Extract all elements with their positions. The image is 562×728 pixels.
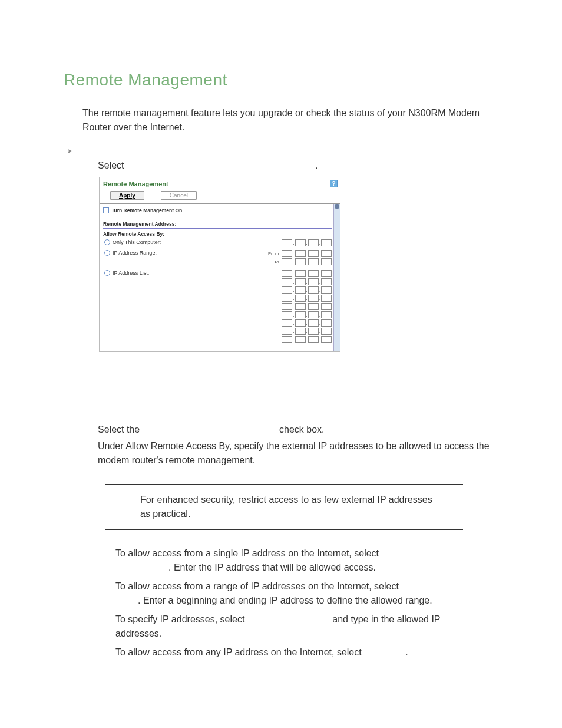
ip-octet-input[interactable] [308,319,319,327]
to-label: To [274,259,279,265]
ip-octet-input[interactable] [321,250,332,257]
ip-octet-input[interactable] [308,239,319,246]
ip-list-entry: ... [282,328,332,335]
security-note: For enhanced security, restrict access t… [105,484,463,530]
chevron-right-icon: ➤ [67,147,72,155]
ip-octet-input[interactable] [295,336,306,343]
ip-octet-input[interactable] [282,303,292,310]
ip-octet-input[interactable] [308,286,319,294]
only-this-computer-row: Only This Computer: ... [104,239,332,246]
ip-octet-input[interactable] [295,270,306,277]
panel-title: Remote Management [103,180,168,187]
ip-octet-input[interactable] [321,295,332,302]
ip-octet-input[interactable] [282,286,292,294]
cancel-button[interactable]: Cancel [161,191,197,200]
only-this-ip: ... [282,239,332,245]
bullet-ip-list: To specify IP addresses, select and type… [115,612,482,641]
step1-post: . [315,160,318,170]
ip-octet-input[interactable] [321,286,332,294]
ip-range-label: IP Address Range: [113,250,157,256]
ip-octet-input[interactable] [308,336,319,343]
router-screenshot: Remote Management ? Apply Cancel Turn Re… [99,177,498,352]
ip-octet-input[interactable] [295,328,306,335]
ip-octet-input[interactable] [308,250,319,257]
ip-octet-input[interactable] [295,303,306,310]
ip-octet-input[interactable] [308,270,319,277]
ip-octet-input[interactable] [321,311,332,318]
ip-octet-input[interactable] [295,278,306,285]
panel-scroll-area: Turn Remote Management On Remote Managem… [100,203,340,351]
ip-octet-input[interactable] [321,270,332,277]
range-to: To ... [268,258,332,265]
ip-octet-input[interactable] [308,295,319,302]
ip-octet-input[interactable] [282,328,292,335]
only-this-radio[interactable] [104,239,110,245]
ip-octet-input[interactable] [321,258,332,265]
help-icon[interactable]: ? [330,180,338,187]
ip-octet-input[interactable] [282,258,292,265]
ip-octet-input[interactable] [308,278,319,285]
intro-text: The remote management feature lets you u… [82,106,498,134]
ip-list-entry: ... [282,286,332,294]
ip-octet-input[interactable] [282,239,292,246]
remote-mgmt-panel: Remote Management ? Apply Cancel Turn Re… [99,177,340,352]
turn-on-row: Turn Remote Management On [103,206,332,216]
ip-octet-input[interactable] [282,278,292,285]
ip-list-entry: ... [282,270,332,277]
ip-octet-input[interactable] [295,319,306,327]
ip-octet-input[interactable] [295,250,306,257]
ip-octet-input[interactable] [308,258,319,265]
ip-octet-input[interactable] [321,319,332,327]
ip-octet-input[interactable] [321,278,332,285]
from-label: From [268,251,279,256]
ip-octet-input[interactable] [321,239,332,246]
b2b: . Enter a beginning and ending IP addres… [138,595,432,605]
turn-on-label: Turn Remote Management On [111,207,182,213]
ip-list-entry: ... [282,336,332,343]
ip-range-radio[interactable] [104,250,110,256]
ip-octet-input[interactable] [282,311,292,318]
ip-octet-input[interactable] [308,303,319,310]
ip-octet-input[interactable] [321,328,332,335]
ip-octet-input[interactable] [321,303,332,310]
only-this-label: Only This Computer: [113,239,161,245]
ip-list-radio[interactable] [104,270,110,276]
allow-header: Allow Remote Access By: [103,231,332,237]
ip-octet-input[interactable] [282,270,292,277]
ip-octet-input[interactable] [308,328,319,335]
turn-on-checkbox[interactable] [103,207,109,213]
ip-list-entry: ... [282,319,332,327]
ip-list-label: IP Address List: [113,270,149,276]
procedure-arrow: ➤ [67,145,498,156]
ip-octet-input[interactable] [295,295,306,302]
ip-octet-input[interactable] [295,286,306,294]
access-options: To allow access from a single IP address… [115,546,482,660]
ip-octet-input[interactable] [295,311,306,318]
b4b: . [405,647,408,657]
ip-octet-input[interactable] [308,311,319,318]
ip-octet-input[interactable] [321,336,332,343]
ip-range-row: IP Address Range: From ... To ... [104,250,332,266]
step2-text-a: Select the [98,424,143,434]
ip-octet-input[interactable] [282,295,292,302]
ip-list-entry: ... [282,303,332,310]
ip-list-fields: ... ... ... ... ... ... ... ... ... [282,270,332,344]
apply-button[interactable]: Apply [110,191,144,200]
ip-octet-input[interactable] [282,336,292,343]
ip-list-entry: ... [282,278,332,285]
step2-text-b: check box. [277,424,325,434]
bullet-single-ip: To allow access from a single IP address… [115,546,482,575]
address-header: Remote Management Address: [103,220,332,229]
ip-octet-input[interactable] [295,239,306,246]
ip-octet-input[interactable] [282,319,292,327]
b3a: To specify IP addresses, select [115,614,247,624]
b1b: . Enter the IP address that will be allo… [168,562,376,572]
step-select-checkbox: Select the check box. [98,423,498,437]
scrollbar-thumb[interactable] [335,204,339,209]
panel-titlebar: Remote Management ? [100,177,340,189]
ip-octet-input[interactable] [295,258,306,265]
range-from: From ... [268,250,332,257]
b4a: To allow access from any IP address on t… [115,647,364,657]
b2a: To allow access from a range of IP addre… [115,581,399,591]
ip-octet-input[interactable] [282,250,292,257]
